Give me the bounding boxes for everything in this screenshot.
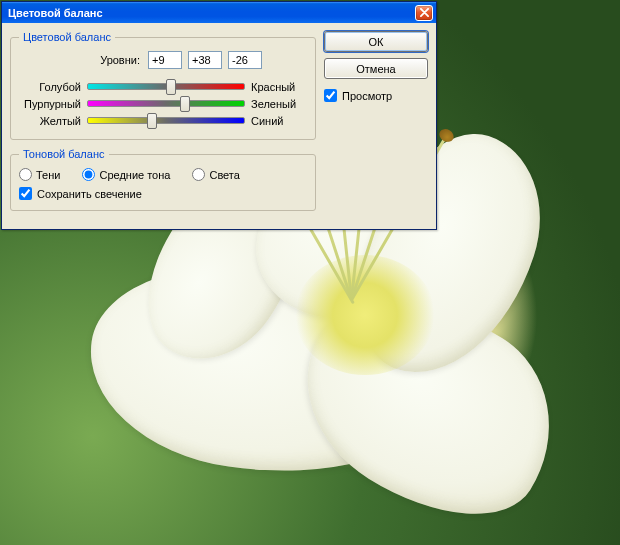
level-input-2[interactable] (188, 51, 222, 69)
preserve-luminosity[interactable]: Сохранить свечение (19, 187, 142, 200)
slider-label-red: Красный (251, 81, 307, 93)
group-legend-color: Цветовой баланс (19, 31, 115, 43)
group-legend-tone: Тоновой баланс (19, 148, 109, 160)
slider-cyan-red[interactable] (87, 80, 245, 94)
level-input-3[interactable] (228, 51, 262, 69)
slider-label-yellow: Желтый (19, 115, 81, 127)
preview-label: Просмотр (342, 90, 392, 102)
slider-label-magenta: Пурпурный (19, 98, 81, 110)
slider-yellow-blue[interactable] (87, 114, 245, 128)
tone-balance-group: Тоновой баланс Тени Средние тона Свет (10, 148, 316, 211)
slider-track (87, 117, 245, 124)
slider-track (87, 100, 245, 107)
ok-button[interactable]: ОК (324, 31, 428, 52)
radio-shadows-input[interactable] (19, 168, 32, 181)
titlebar[interactable]: Цветовой баланс (2, 2, 436, 23)
radio-midtones-input[interactable] (82, 168, 95, 181)
radio-midtones[interactable]: Средние тона (82, 168, 170, 181)
level-input-1[interactable] (148, 51, 182, 69)
preserve-luminosity-input[interactable] (19, 187, 32, 200)
slider-thumb[interactable] (166, 79, 176, 95)
radio-highlights[interactable]: Света (192, 168, 239, 181)
levels-label: Уровни: (64, 54, 140, 66)
radio-shadows[interactable]: Тени (19, 168, 60, 181)
preview-checkbox[interactable] (324, 89, 337, 102)
image-canvas: Цветовой баланс Цветовой баланс Уровни: (0, 0, 620, 545)
color-balance-group: Цветовой баланс Уровни: Голубой Кр (10, 31, 316, 140)
close-button[interactable] (415, 5, 433, 21)
color-balance-dialog: Цветовой баланс Цветовой баланс Уровни: (1, 1, 437, 230)
window-title: Цветовой баланс (8, 7, 103, 19)
close-icon (420, 8, 429, 17)
preserve-luminosity-label: Сохранить свечение (37, 188, 142, 200)
slider-thumb[interactable] (147, 113, 157, 129)
radio-highlights-input[interactable] (192, 168, 205, 181)
slider-label-green: Зеленый (251, 98, 307, 110)
radio-highlights-label: Света (209, 169, 239, 181)
cancel-button[interactable]: Отмена (324, 58, 428, 79)
radio-shadows-label: Тени (36, 169, 60, 181)
slider-label-blue: Синий (251, 115, 307, 127)
radio-midtones-label: Средние тона (99, 169, 170, 181)
slider-magenta-green[interactable] (87, 97, 245, 111)
slider-label-cyan: Голубой (19, 81, 81, 93)
slider-thumb[interactable] (180, 96, 190, 112)
preview-toggle[interactable]: Просмотр (324, 89, 428, 102)
